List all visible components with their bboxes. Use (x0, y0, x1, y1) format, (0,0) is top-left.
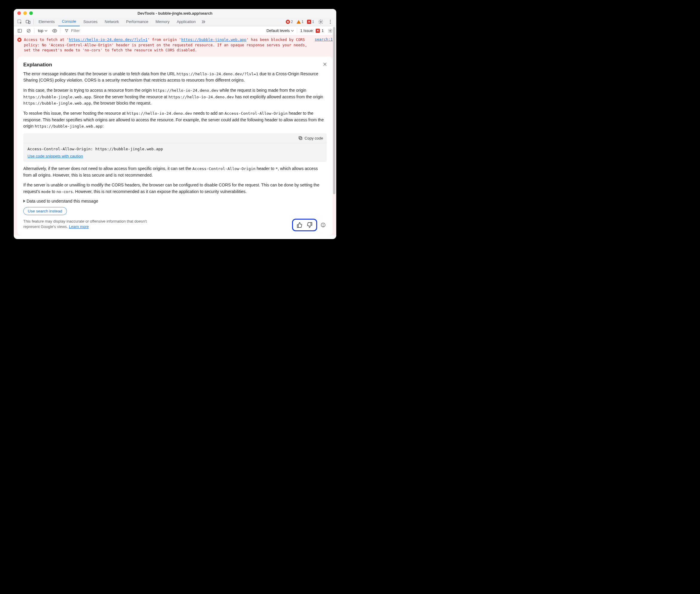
window-title: DevTools - bubble-jingle.web.app/search (14, 11, 336, 15)
error-url-1[interactable]: https://hello-io-24.deno.dev/?lvl=1 (69, 37, 147, 42)
filter-input[interactable] (70, 28, 89, 33)
svg-point-12 (330, 30, 331, 31)
toggle-sidebar-icon[interactable] (16, 27, 23, 34)
explanation-paragraph: To resolve this issue, the server hostin… (23, 110, 327, 130)
svg-rect-13 (300, 137, 302, 139)
tab-memory[interactable]: Memory (152, 17, 173, 26)
settings-icon[interactable] (317, 18, 325, 26)
tab-network[interactable]: Network (101, 17, 123, 26)
feedback-buttons (292, 219, 317, 231)
console-toolbar: top Default levels 1 Issue: ✕ 1 (14, 26, 336, 35)
close-icon[interactable] (322, 61, 328, 67)
tab-elements[interactable]: Elements (35, 17, 58, 26)
tab-application[interactable]: Application (173, 17, 200, 26)
filter-icon (65, 29, 69, 33)
zoom-window-button[interactable] (29, 11, 33, 15)
svg-point-4 (330, 20, 331, 21)
explanation-title: Explanation (23, 62, 327, 68)
copy-icon (298, 136, 303, 140)
live-expression-icon[interactable] (51, 27, 58, 34)
svg-point-17 (323, 226, 323, 227)
blocked-icon: ✕ (307, 20, 311, 24)
thumbs-up-button[interactable] (295, 221, 304, 229)
window-controls (17, 11, 33, 15)
svg-point-6 (330, 23, 331, 24)
kebab-menu-icon[interactable] (326, 18, 335, 26)
scrollbar-thumb[interactable] (333, 27, 336, 194)
error-message: Access to fetch at 'https://hello-io-24.… (24, 37, 312, 53)
issue-icon: ✕ (316, 29, 320, 33)
tab-sources[interactable]: Sources (80, 17, 101, 26)
svg-rect-14 (299, 137, 301, 139)
separator (33, 19, 34, 25)
explanation-paragraph: Alternatively, if the server does not ne… (23, 166, 327, 178)
svg-line-10 (28, 30, 30, 32)
separator (297, 28, 297, 33)
blocked-count[interactable]: ✕ 1 (306, 20, 315, 24)
tab-performance[interactable]: Performance (123, 17, 152, 26)
learn-more-link[interactable]: Learn more (69, 224, 89, 229)
execution-context-select[interactable]: top (36, 28, 49, 33)
code-caution-link[interactable]: Use code snippets with caution (28, 154, 83, 158)
panel-tabs: Elements Console Sources Network Perform… (35, 17, 199, 26)
explanation-panel: Explanation The error message indicates … (17, 57, 333, 235)
error-count[interactable]: 2 (285, 20, 294, 24)
svg-point-11 (54, 30, 56, 31)
copy-code-button[interactable]: Copy code (23, 133, 327, 143)
close-window-button[interactable] (17, 11, 21, 15)
error-icon (286, 20, 290, 24)
code-content: Access-Control-Allow-Origin: https://bub… (23, 143, 327, 154)
log-levels-select[interactable]: Default levels (267, 28, 294, 33)
error-url-2[interactable]: https://bubble-jingle.web.app (181, 37, 246, 42)
inspect-element-icon[interactable] (15, 18, 24, 26)
error-icon (17, 38, 22, 42)
report-issue-icon[interactable] (319, 222, 327, 229)
svg-point-3 (320, 21, 322, 23)
main-tabbar: Elements Console Sources Network Perform… (14, 17, 336, 26)
device-toolbar-icon[interactable] (24, 18, 32, 26)
svg-point-5 (330, 21, 331, 22)
separator (34, 28, 34, 33)
warning-count[interactable]: 1 (295, 20, 305, 24)
filter-box[interactable] (62, 28, 89, 33)
thumbs-down-button[interactable] (306, 221, 314, 229)
minimize-window-button[interactable] (23, 11, 27, 15)
console-body: Access to fetch at 'https://hello-io-24.… (14, 35, 336, 235)
disclosure-triangle-icon (23, 200, 25, 203)
scrollbar[interactable] (333, 27, 336, 236)
devtools-window: DevTools - bubble-jingle.web.app/search … (14, 9, 336, 239)
explanation-paragraph: In this case, the browser is trying to a… (23, 87, 327, 107)
explanation-paragraph: If the server is unable or unwilling to … (23, 182, 327, 195)
use-search-instead-button[interactable]: Use search instead (23, 207, 67, 215)
explanation-footer: This feature may display inaccurate or o… (23, 219, 327, 231)
console-error-row[interactable]: Access to fetch at 'https://hello-io-24.… (14, 35, 336, 54)
more-tabs-icon[interactable] (199, 18, 208, 26)
tab-console[interactable]: Console (58, 17, 80, 26)
explanation-paragraph: The error message indicates that the bro… (23, 71, 327, 84)
data-used-disclosure[interactable]: Data used to understand this message (23, 199, 327, 203)
code-block: Copy code Access-Control-Allow-Origin: h… (23, 133, 327, 162)
warning-icon (296, 20, 301, 24)
issues-counter[interactable]: 1 Issue: ✕ 1 (300, 28, 324, 33)
clear-console-icon[interactable] (25, 27, 32, 34)
titlebar: DevTools - bubble-jingle.web.app/search (14, 9, 336, 17)
separator (60, 28, 60, 33)
error-source-link[interactable]: search:1 (315, 37, 333, 41)
disclaimer-text: This feature may display inaccurate or o… (23, 219, 152, 229)
svg-rect-7 (18, 29, 22, 32)
